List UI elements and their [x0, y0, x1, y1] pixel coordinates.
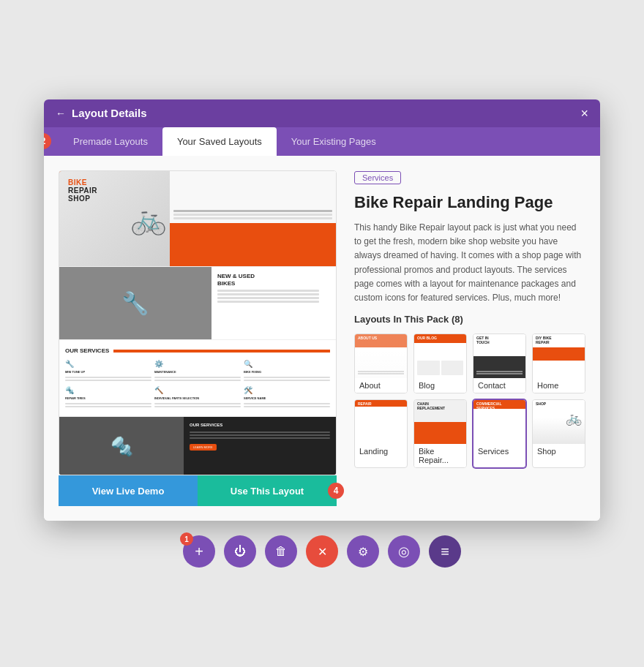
- add-badge: 1: [180, 532, 193, 546]
- preview-line: [190, 434, 330, 436]
- preview-bottom-title: OUR SERVICES: [190, 423, 330, 429]
- close-button[interactable]: ✕: [306, 535, 338, 568]
- thumb-img-bikerepair: CHAINREPLACEMENT: [414, 400, 466, 444]
- preview-service-name: MAINTENANCE: [154, 370, 241, 374]
- cta-bar: View Live Demo Use This Layout 4: [59, 475, 337, 506]
- trash-button[interactable]: 🗑: [265, 535, 297, 568]
- preview-sec2-title: NEW & USEDBIKES: [217, 273, 330, 288]
- thumb-name-about: About: [355, 378, 407, 393]
- preview-bottom-image: [59, 417, 184, 475]
- preview-service-icon: ⚙️: [154, 359, 241, 369]
- preview-line: [217, 290, 319, 292]
- preview-line: [244, 403, 330, 404]
- modal-close-button[interactable]: ×: [580, 107, 588, 120]
- thumb-name-home: Home: [533, 378, 585, 393]
- preview-service-item: 🛠️ SERVICE NAME: [244, 385, 330, 409]
- preview-bottom-lines: [190, 432, 330, 439]
- thumb-name-contact: Contact: [473, 378, 525, 393]
- preview-service-name: MINI TUNE UP: [65, 370, 151, 374]
- preview-service-icon: 🔧: [65, 359, 151, 369]
- preview-service-name: REPAIR TIRES: [65, 396, 151, 400]
- preview-line: [154, 377, 241, 378]
- bars-icon: ≡: [441, 543, 449, 560]
- thumb-img-about: ABOUT US: [355, 334, 407, 378]
- preview-sec2-image: [59, 267, 211, 339]
- preview-services-header: OUR SERVICES: [65, 347, 330, 355]
- thumb-name-bikerepair: Bike Repair...: [414, 444, 466, 467]
- page-wrapper: ← Layout Details × 2 Premade Layouts You…: [0, 0, 644, 667]
- thumb-img-shop: SHOP 🚲: [533, 400, 585, 444]
- use-this-layout-button[interactable]: Use This Layout 4: [198, 475, 337, 506]
- layout-thumb-blog[interactable]: OUR BLOG Blog: [413, 334, 467, 393]
- thumb-img-contact: GET INTOUCH: [473, 334, 525, 378]
- bars-button[interactable]: ≡: [429, 535, 461, 568]
- preview-service-name: BIKE FIXING: [244, 370, 330, 374]
- layout-thumb-landing[interactable]: REPAIRSHOP Landing: [354, 399, 408, 468]
- gear-icon: ⚙: [358, 545, 368, 559]
- layout-tag: Services: [354, 170, 585, 184]
- preview-line: [244, 377, 330, 378]
- preview-sec2-lines: [217, 290, 330, 303]
- add-button[interactable]: 1 +: [183, 535, 215, 568]
- preview-line: [154, 406, 241, 407]
- preview-orange-bar: [170, 223, 336, 266]
- circle-icon: ◎: [398, 543, 410, 559]
- layout-thumb-about[interactable]: ABOUT US About: [354, 334, 408, 393]
- back-icon[interactable]: ←: [56, 108, 66, 119]
- tab-existing[interactable]: Your Existing Pages: [277, 127, 391, 156]
- tab-premade[interactable]: Premade Layouts: [59, 127, 162, 156]
- preview-service-lines: [244, 402, 330, 409]
- thumb-img-landing: REPAIRSHOP: [355, 400, 407, 444]
- settings-button[interactable]: ⚙: [347, 535, 379, 568]
- preview-line: [65, 377, 151, 378]
- tab-saved[interactable]: Your Saved Layouts: [162, 127, 277, 156]
- preview-line: [154, 380, 241, 381]
- preview-bottom: OUR SERVICES LEARN MORE: [59, 416, 336, 475]
- preview-line: [65, 403, 151, 404]
- power-button[interactable]: ⏻: [224, 535, 256, 568]
- preview-line: [65, 406, 151, 407]
- thumb-name-landing: Landing: [355, 444, 407, 459]
- layout-description: This handy Bike Repair layout pack is ju…: [354, 221, 585, 305]
- layout-thumb-contact[interactable]: GET INTOUCH Contact: [473, 334, 526, 393]
- preview-text-lines: [170, 206, 336, 223]
- preview-service-item: 🔍 BIKE FIXING: [244, 359, 330, 383]
- preview-line: [217, 297, 319, 299]
- preview-service-lines: [65, 375, 151, 383]
- thumb-img-blog: OUR BLOG: [414, 334, 466, 378]
- preview-service-icon: 🔨: [154, 385, 241, 395]
- preview-services-bar: [113, 350, 330, 353]
- preview-service-lines: [244, 375, 330, 383]
- layout-title: Bike Repair Landing Page: [354, 193, 585, 212]
- preview-service-lines: [65, 402, 151, 409]
- preview-service-item: 🔧 MINI TUNE UP: [65, 359, 151, 383]
- layout-thumb-bikerepair[interactable]: CHAINREPLACEMENT Bike Repair...: [413, 399, 467, 468]
- preview-line: [217, 293, 319, 295]
- preview-services: OUR SERVICES 🔧 MINI TUNE UP: [59, 339, 336, 417]
- preview-service-item: 🔨 INDIVIDUAL PARTS SELECTION: [154, 385, 241, 409]
- close-icon: ✕: [318, 545, 327, 559]
- pack-label: Layouts In This Pack (8): [354, 314, 585, 325]
- circle-button[interactable]: ◎: [388, 535, 420, 568]
- preview-service-item: ⚙️ MAINTENANCE: [154, 359, 241, 383]
- preview-sec2-content: NEW & USEDBIKES: [211, 267, 336, 339]
- layout-thumb-shop[interactable]: SHOP 🚲 Shop: [532, 399, 585, 468]
- layout-thumb-services[interactable]: COMMERCIALSERVICES Services: [473, 399, 526, 468]
- tabs-bar: 2 Premade Layouts Your Saved Layouts You…: [44, 127, 600, 156]
- preview-service-icon: 🛠️: [244, 385, 330, 395]
- layouts-grid: ABOUT US About OUR BLOG: [354, 334, 585, 468]
- preview-section2: NEW & USEDBIKES: [59, 266, 336, 339]
- preview-line: [244, 406, 330, 407]
- preview-line: [173, 217, 332, 219]
- view-live-demo-button[interactable]: View Live Demo: [59, 475, 198, 506]
- preview-line: [65, 380, 151, 381]
- preview-line: [244, 380, 330, 381]
- thumb-img-services: COMMERCIALSERVICES: [473, 400, 525, 444]
- use-layout-badge: 4: [328, 483, 344, 499]
- layout-thumb-home[interactable]: DIY BIKEREPAIR Home: [532, 334, 585, 393]
- preview-column: BIKE REPAIR SHOP: [59, 170, 337, 507]
- preview-hero-left: BIKE REPAIR SHOP: [59, 171, 170, 266]
- thumb-name-services: Services: [473, 444, 525, 459]
- thumb-name-blog: Blog: [414, 378, 466, 393]
- bottom-toolbar: 1 + ⏻ 🗑 ✕ ⚙ ◎ ≡: [183, 535, 461, 568]
